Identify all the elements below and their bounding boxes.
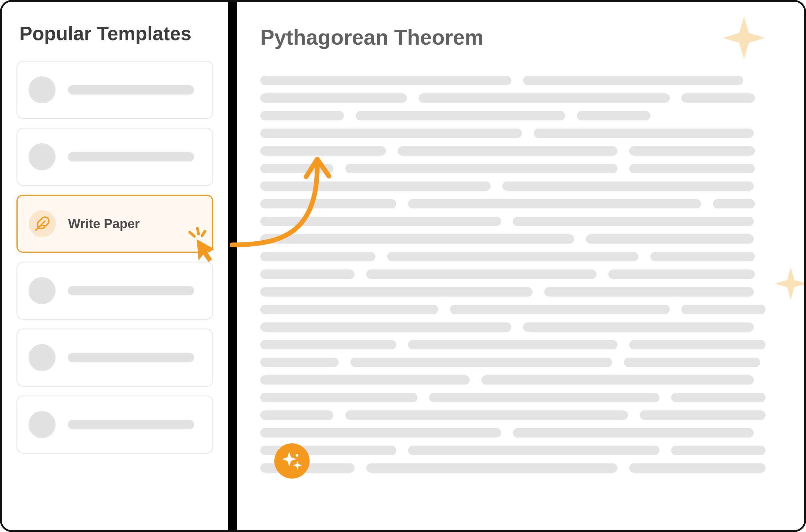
text-line-placeholder [260,375,784,385]
text-line-placeholder [260,446,784,455]
ai-sparkle-badge[interactable] [274,443,310,479]
text-line-placeholder [260,305,784,314]
text-line-placeholder [260,340,784,349]
text-line-placeholder [260,146,784,156]
text-line-placeholder [260,217,784,226]
text-line-placeholder [260,269,784,279]
template-avatar-placeholder [29,411,56,438]
template-label-placeholder [68,420,194,429]
app-frame: Popular Templates Write Paper [0,0,806,532]
text-line-placeholder [260,428,784,437]
sidebar-title: Popular Templates [19,22,210,45]
template-label: Write Paper [68,216,140,231]
svg-point-5 [296,454,298,457]
svg-line-3 [190,232,194,236]
text-line-placeholder [260,463,784,473]
text-line-placeholder [260,322,784,332]
template-avatar-placeholder [29,76,56,103]
document-panel: Pythagorean Theorem [237,2,804,530]
template-card[interactable] [16,396,213,454]
text-line-placeholder [260,234,784,244]
svg-line-2 [198,228,199,234]
template-list: Write Paper [16,61,213,454]
svg-line-4 [202,231,205,236]
text-line-placeholder [260,129,784,138]
template-card[interactable] [16,328,213,387]
feather-icon [29,210,56,237]
text-line-placeholder [260,411,784,420]
template-card-write-paper[interactable]: Write Paper [16,195,213,253]
text-line-placeholder [260,358,784,367]
templates-sidebar: Popular Templates Write Paper [2,2,237,530]
template-label-placeholder [68,85,194,95]
sparkle-star-icon [722,16,766,61]
text-line-placeholder [260,93,784,103]
template-card[interactable] [16,61,213,119]
text-line-placeholder [260,76,784,85]
template-card[interactable] [16,128,213,186]
text-line-placeholder [260,252,784,261]
document-title: Pythagorean Theorem [260,25,784,49]
text-line-placeholder [260,393,784,402]
template-avatar-placeholder [29,143,56,170]
text-line-placeholder [260,182,784,191]
template-label-placeholder [68,286,194,296]
template-avatar-placeholder [29,277,56,304]
text-line-placeholder [260,287,784,297]
cursor-click-icon [184,226,219,266]
template-label-placeholder [68,152,194,162]
text-line-placeholder [260,199,784,208]
template-label-placeholder [68,353,194,362]
document-body [260,76,784,473]
template-card[interactable] [16,262,213,320]
template-avatar-placeholder [29,344,56,371]
text-line-placeholder [260,111,784,120]
text-line-placeholder [260,164,784,173]
